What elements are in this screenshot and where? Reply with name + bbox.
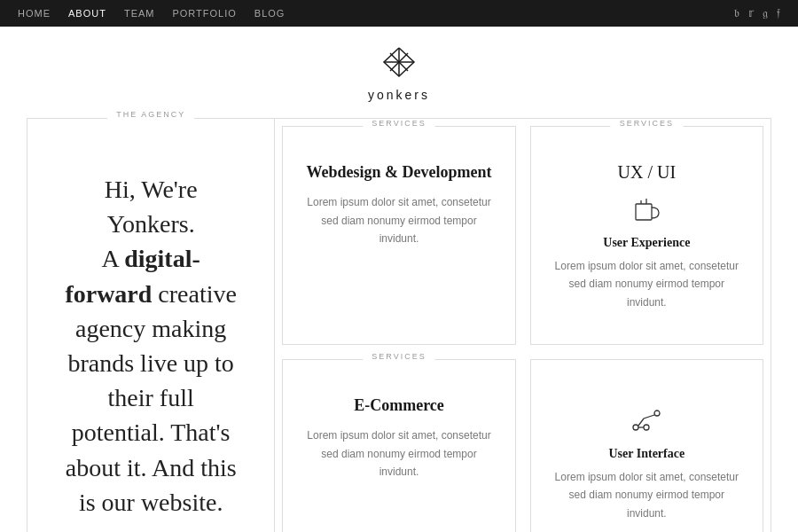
main-grid: THE AGENCY Hi, We're Yonkers. A digital-…: [27, 118, 771, 532]
uxui-main-title: UX / UI: [549, 162, 745, 183]
user-experience-title: User Experience: [549, 236, 745, 250]
svg-point-5: [644, 425, 649, 430]
googleplus-icon[interactable]: 𝔤: [763, 6, 768, 20]
social-icons: 𝔟 𝕣 𝔤 𝔣: [734, 6, 780, 20]
nav-blog[interactable]: BLOG: [254, 8, 286, 19]
nav-team[interactable]: TEAM: [124, 8, 155, 19]
nav-portfolio[interactable]: PORTFOLIO: [172, 8, 236, 19]
logo-text: yonkers: [368, 88, 430, 102]
ecommerce-label: SERVICES: [363, 352, 434, 361]
facebook-icon[interactable]: 𝔣: [777, 6, 780, 20]
agency-greeting: Hi, We're Yonkers.: [105, 176, 198, 238]
service-box-ui: User Interface Lorem ipsum dolor sit ame…: [530, 359, 763, 532]
svg-point-4: [654, 411, 660, 416]
cup-icon: [629, 192, 664, 227]
logo-icon: [377, 46, 421, 86]
nav-links: HOME ABOUT TEAM PORTFOLIO BLOG: [18, 8, 285, 19]
uxui-label: SERVICES: [611, 119, 683, 128]
svg-point-3: [633, 425, 638, 430]
user-experience-desc: Lorem ipsum dolor sit amet, consetetur s…: [549, 257, 745, 311]
middle-panel: SERVICES Webdesign & Development Lorem i…: [275, 119, 522, 532]
nav-about[interactable]: ABOUT: [68, 8, 106, 19]
agency-text: Hi, We're Yonkers. A digital-forward cre…: [63, 172, 239, 520]
ecommerce-desc: Lorem ipsum dolor sit amet, consetetur s…: [301, 426, 497, 481]
right-panel: SERVICES UX / UI User Experience Lorem i…: [523, 119, 771, 532]
webdesign-desc: Lorem ipsum dolor sit amet, consetetur s…: [301, 193, 497, 247]
user-interface-desc: Lorem ipsum dolor sit amet, consetetur s…: [549, 468, 745, 522]
pinterest-icon[interactable]: 𝔟: [734, 6, 739, 20]
ecommerce-title: E-Commerce: [301, 395, 497, 416]
twitter-icon[interactable]: 𝕣: [748, 6, 754, 20]
agency-bold: digital-forward: [65, 245, 200, 307]
agency-label: THE AGENCY: [107, 110, 194, 119]
user-interface-title: User Interface: [549, 447, 745, 461]
navbar: HOME ABOUT TEAM PORTFOLIO BLOG 𝔟 𝕣 𝔤 𝔣: [0, 0, 798, 27]
webdesign-label: SERVICES: [363, 119, 434, 128]
svg-rect-0: [636, 204, 652, 220]
service-box-webdesign: SERVICES Webdesign & Development Lorem i…: [282, 126, 515, 345]
webdesign-title: Webdesign & Development: [301, 162, 497, 183]
logo-section: yonkers: [0, 27, 798, 118]
service-box-uxui: SERVICES UX / UI User Experience Lorem i…: [530, 126, 763, 345]
agency-panel: THE AGENCY Hi, We're Yonkers. A digital-…: [27, 119, 275, 532]
service-box-ecommerce: SERVICES E-Commerce Lorem ipsum dolor si…: [282, 359, 515, 532]
network-icon: [629, 403, 664, 438]
nav-home[interactable]: HOME: [18, 8, 51, 19]
